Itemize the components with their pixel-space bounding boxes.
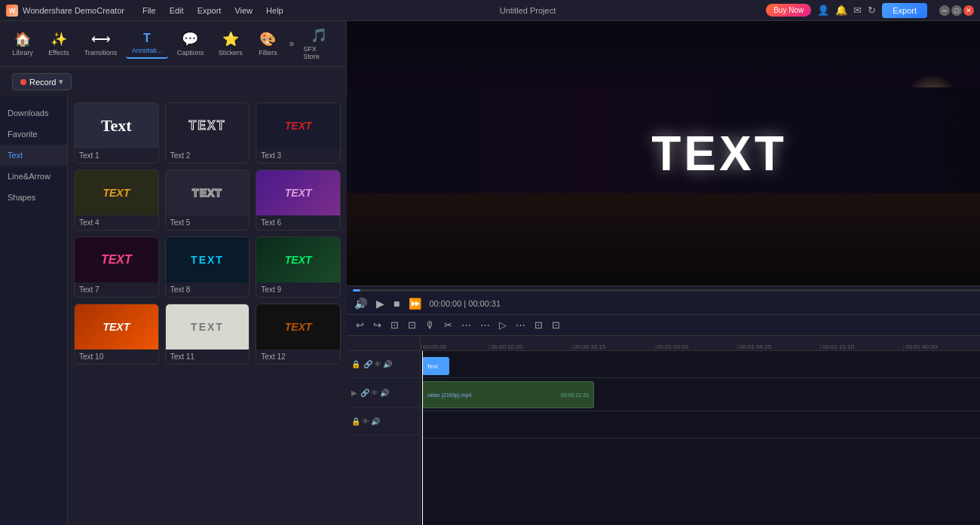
toolbar-stickers[interactable]: ⭐ Stickers bbox=[213, 28, 249, 60]
app-logo: W bbox=[6, 5, 18, 17]
text-preview-6: TEXT bbox=[256, 170, 340, 215]
toolbar-library[interactable]: 🏠 Library bbox=[6, 28, 39, 60]
tl-record-button[interactable]: 🎙 bbox=[422, 318, 438, 332]
title-icons: 👤 🔔 ✉ ↻ bbox=[817, 5, 876, 16]
text-card-12[interactable]: TEXT Text 12 bbox=[256, 304, 341, 365]
menu-help[interactable]: Help bbox=[260, 5, 289, 17]
minimize-button[interactable]: ─ bbox=[939, 5, 950, 16]
text-card-5[interactable]: TEXT Text 5 bbox=[165, 169, 250, 230]
stop-button[interactable]: ■ bbox=[392, 296, 401, 311]
text-card-8[interactable]: TEXT Text 8 bbox=[165, 237, 250, 298]
message-icon[interactable]: ✉ bbox=[853, 5, 862, 16]
tl-more3-button[interactable]: ⋯ bbox=[513, 318, 528, 332]
project-title: Untitled Project bbox=[500, 6, 556, 15]
track3-lock-button[interactable]: 🔒 bbox=[351, 417, 360, 426]
tl-trim-button[interactable]: ⊡ bbox=[405, 318, 419, 332]
cat-shapes[interactable]: Shapes bbox=[0, 187, 67, 208]
text-label-3: Text 3 bbox=[256, 148, 340, 163]
toolbar-transitions[interactable]: ⟷ Transitions bbox=[78, 28, 123, 60]
track2-eye-button[interactable]: 👁 bbox=[371, 389, 378, 397]
text-card-2[interactable]: TEXT Text 2 bbox=[165, 102, 250, 163]
text-card-11[interactable]: TEXT Text 11 bbox=[165, 304, 250, 365]
track2-vol-button[interactable]: 🔊 bbox=[380, 389, 389, 397]
tl-snap-button[interactable]: ⊡ bbox=[531, 318, 546, 332]
text-preview-9: TEXT bbox=[256, 237, 340, 282]
text-card-10[interactable]: TEXT Text 10 bbox=[74, 304, 159, 365]
track1-vol-button[interactable]: 🔊 bbox=[383, 360, 392, 368]
account-icon[interactable]: 👤 bbox=[817, 5, 829, 16]
video-clip-content: video (2160p).mp4 00:00:21:23 bbox=[426, 392, 590, 398]
track3-eye-button[interactable]: 👁 bbox=[362, 417, 369, 426]
tl-marker-button[interactable]: ⊡ bbox=[549, 318, 563, 332]
track2-link-button[interactable]: 🔗 bbox=[360, 389, 369, 397]
toolbar: 🏠 Library ✨ Effects ⟷ Transitions T Anno… bbox=[0, 21, 346, 67]
text-clip[interactable]: Text bbox=[422, 357, 449, 375]
track-content: Text video (2160p).mp4 00:00:21:23 bbox=[421, 351, 980, 525]
undo-button[interactable]: ↩ bbox=[353, 318, 367, 332]
cat-linearrow[interactable]: Line&Arrow bbox=[0, 166, 67, 187]
track1-icons: 🔗 👁 🔊 bbox=[363, 360, 392, 368]
text-card-7[interactable]: TEXT Text 7 bbox=[74, 237, 159, 298]
main-layout: 🏠 Library ✨ Effects ⟷ Transitions T Anno… bbox=[0, 21, 980, 525]
text-card-3[interactable]: TEXT Text 3 bbox=[256, 102, 341, 163]
left-panel: 🏠 Library ✨ Effects ⟷ Transitions T Anno… bbox=[0, 21, 347, 525]
text-card-9[interactable]: TEXT Text 9 bbox=[256, 237, 341, 298]
toolbar-effects[interactable]: ✨ Effects bbox=[42, 28, 75, 60]
cat-favorite[interactable]: Favorite bbox=[0, 124, 67, 145]
tl-more1-button[interactable]: ⋯ bbox=[458, 318, 474, 332]
tl-cut-button[interactable]: ✂ bbox=[441, 318, 455, 332]
cat-downloads[interactable]: Downloads bbox=[0, 102, 67, 124]
text-preview-3: TEXT bbox=[256, 103, 340, 148]
redo-button[interactable]: ↪ bbox=[370, 318, 384, 332]
menu-file[interactable]: File bbox=[136, 5, 162, 17]
track1-eye-button[interactable]: 👁 bbox=[374, 360, 381, 368]
track1-lock-button[interactable]: 🔒 bbox=[351, 360, 360, 368]
mute-button[interactable]: 🔊 bbox=[353, 296, 369, 311]
text-preview-2: TEXT bbox=[166, 103, 250, 148]
toolbar-filters[interactable]: 🎨 Filters bbox=[251, 28, 284, 60]
text-card-6[interactable]: TEXT Text 6 bbox=[256, 169, 341, 230]
text-card-4[interactable]: TEXT Text 4 bbox=[74, 169, 159, 230]
ruler-spacer bbox=[347, 336, 421, 351]
timeline-tracks: 🔒 🔗 👁 🔊 ▶ 🔗 👁 🔊 bbox=[347, 351, 980, 525]
maximize-button[interactable]: □ bbox=[951, 5, 962, 16]
record-button[interactable]: Record ▾ bbox=[12, 73, 72, 90]
stickers-label: Stickers bbox=[219, 49, 243, 56]
toolbar-captions[interactable]: 💬 Captions bbox=[171, 28, 210, 60]
progress-bar[interactable] bbox=[353, 289, 980, 291]
library-label: Library bbox=[12, 49, 33, 56]
text-card-1[interactable]: Text Text 1 bbox=[74, 102, 159, 163]
text-preview-1: Text bbox=[75, 103, 158, 148]
toolbar-expand-icon[interactable]: » bbox=[289, 38, 294, 49]
bell-icon[interactable]: 🔔 bbox=[835, 5, 847, 16]
menu-export[interactable]: Export bbox=[191, 5, 228, 17]
track1-link-button[interactable]: 🔗 bbox=[363, 360, 372, 368]
tl-split-button[interactable]: ⊡ bbox=[387, 318, 402, 332]
menu-edit[interactable]: Edit bbox=[164, 5, 190, 17]
track3-vol-button[interactable]: 🔊 bbox=[371, 417, 380, 426]
tl-more2-button[interactable]: ⋯ bbox=[477, 318, 493, 332]
cat-text[interactable]: Text bbox=[0, 145, 67, 166]
text-preview-11: TEXT bbox=[166, 304, 250, 349]
play-button[interactable]: ▶ bbox=[375, 296, 386, 311]
text-label-2: Text 2 bbox=[166, 148, 250, 163]
category-list: Downloads Favorite Text Line&Arrow Shape… bbox=[0, 96, 68, 525]
video-panel: TEXT 🔊 ▶ ■ ⏩ 00:00:00 bbox=[347, 21, 980, 314]
export-button[interactable]: Export bbox=[882, 3, 927, 18]
next-frame-button[interactable]: ⏩ bbox=[407, 296, 423, 311]
tl-play2-button[interactable]: ▷ bbox=[496, 318, 510, 332]
stickers-icon: ⭐ bbox=[222, 31, 239, 47]
close-button[interactable]: ✕ bbox=[963, 5, 974, 16]
text-label-7: Text 7 bbox=[75, 282, 158, 297]
video-clip[interactable]: video (2160p).mp4 00:00:21:23 bbox=[422, 381, 594, 408]
video-controls: 🔊 ▶ ■ ⏩ 00:00:00 | 00:00:31 ⛶ bbox=[347, 285, 980, 314]
toolbar-annotations[interactable]: T Annotati... bbox=[126, 29, 168, 59]
text-grid: Text Text 1 TEXT Text 2 TEXT Text 3 TEXT… bbox=[74, 102, 341, 365]
toolbar-sfxstore[interactable]: 🎵 SFX Store bbox=[297, 24, 340, 63]
refresh-icon[interactable]: ↻ bbox=[868, 5, 876, 16]
text-preview-10: TEXT bbox=[75, 304, 158, 349]
menu-view[interactable]: View bbox=[228, 5, 259, 17]
window-controls: ─ □ ✕ bbox=[939, 5, 974, 16]
progress-fill bbox=[353, 289, 360, 291]
buy-now-button[interactable]: Buy Now bbox=[766, 4, 811, 17]
